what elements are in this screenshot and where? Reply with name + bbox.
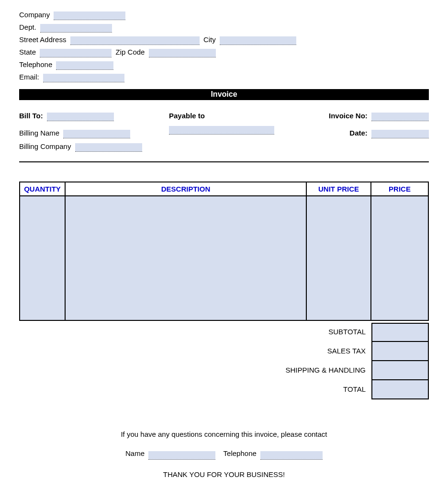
billto-field[interactable] <box>47 113 114 121</box>
subtotal-label: SUBTOTAL <box>75 323 371 342</box>
invoice-no-label: Invoice No: <box>329 112 368 120</box>
shipping-label: SHIPPING & HANDLING <box>75 361 371 380</box>
table-row <box>20 196 428 320</box>
footer-telephone-field[interactable] <box>260 451 323 460</box>
date-field[interactable] <box>371 130 429 138</box>
footer-questions: If you have any questions concerning thi… <box>19 428 429 441</box>
billto-label: Bill To: <box>19 112 43 120</box>
company-header: Company Dept. Street Address City State … <box>19 10 429 82</box>
tax-label: SALES TAX <box>75 342 371 361</box>
footer: If you have any questions concerning thi… <box>19 428 429 481</box>
col-quantity: QUANTITY <box>20 182 65 196</box>
payable-label: Payable to <box>169 112 205 120</box>
city-label: City <box>203 35 216 44</box>
total-label: TOTAL <box>75 380 371 399</box>
subtotal-box[interactable] <box>371 323 429 342</box>
footer-thanks: THANK YOU FOR YOUR BUSINESS! <box>19 468 429 481</box>
company-label: Company <box>19 11 50 19</box>
billing-name-field[interactable] <box>63 130 130 138</box>
unit-price-cell[interactable] <box>306 196 371 320</box>
state-field[interactable] <box>40 49 112 57</box>
email-label: Email: <box>19 73 39 81</box>
col-price: PRICE <box>371 182 428 196</box>
invoice-no-field[interactable] <box>371 113 429 121</box>
telephone-field[interactable] <box>56 61 113 70</box>
price-cell[interactable] <box>371 196 428 320</box>
billing-name-label: Billing Name <box>19 129 59 137</box>
billing-company-field[interactable] <box>75 143 142 152</box>
items-table: QUANTITY DESCRIPTION UNIT PRICE PRICE <box>19 182 429 321</box>
tax-box[interactable] <box>371 342 429 361</box>
telephone-label: Telephone <box>19 60 52 68</box>
date-label: Date: <box>349 129 368 137</box>
zip-label: Zip Code <box>116 48 145 56</box>
email-field[interactable] <box>43 74 124 82</box>
shipping-box[interactable] <box>371 361 429 380</box>
payable-field[interactable] <box>169 126 274 135</box>
divider <box>19 161 429 162</box>
billing-company-label: Billing Company <box>19 142 71 150</box>
invoice-title: Invoice <box>19 89 429 100</box>
col-unit-price: UNIT PRICE <box>306 182 371 196</box>
col-description: DESCRIPTION <box>65 182 306 196</box>
zip-field[interactable] <box>149 49 216 57</box>
footer-name-field[interactable] <box>148 451 215 460</box>
footer-telephone-label: Telephone <box>224 449 257 457</box>
description-cell[interactable] <box>65 196 306 320</box>
state-label: State <box>19 48 36 56</box>
footer-name-label: Name <box>125 449 145 457</box>
invoice-meta-section: Bill To: Billing Name Billing Company Pa… <box>19 111 429 155</box>
company-field[interactable] <box>54 11 125 20</box>
street-field[interactable] <box>70 36 200 45</box>
city-field[interactable] <box>220 36 296 45</box>
street-label: Street Address <box>19 35 66 44</box>
quantity-cell[interactable] <box>20 196 65 320</box>
totals-section: SUBTOTAL SALES TAX SHIPPING & HANDLING T… <box>19 323 429 399</box>
dept-field[interactable] <box>40 24 112 33</box>
total-box[interactable] <box>371 380 429 399</box>
dept-label: Dept. <box>19 23 36 31</box>
